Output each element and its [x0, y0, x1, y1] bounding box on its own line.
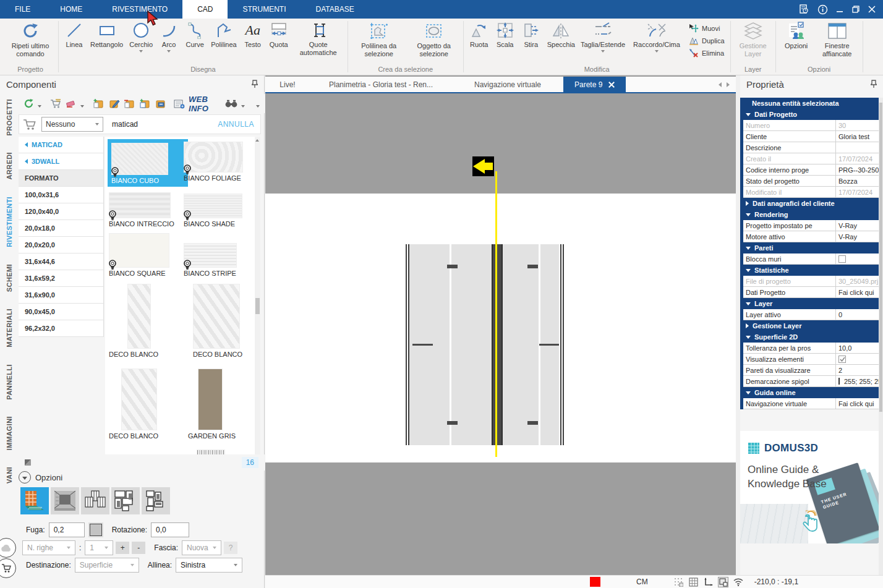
- elimina-button[interactable]: Elimina: [689, 48, 725, 58]
- annulla-link[interactable]: ANNULLA: [218, 120, 257, 129]
- tab-pannelli[interactable]: PANNELLI: [6, 364, 13, 399]
- menu-file[interactable]: FILE: [0, 0, 45, 19]
- arco-button[interactable]: Arco: [156, 20, 181, 53]
- import-component-icon[interactable]: [139, 98, 151, 109]
- db-info-icon[interactable]: [174, 99, 185, 109]
- wall-plan-drawing[interactable]: [406, 244, 564, 445]
- selected-wall-axis[interactable]: [495, 171, 497, 457]
- taglia-estende-button[interactable]: Taglia/Estende: [579, 20, 627, 53]
- format-item[interactable]: 31,6x90,0: [19, 287, 103, 304]
- destinazione-dropdown[interactable]: Superficie: [75, 558, 139, 573]
- chevron-down-icon[interactable]: [601, 50, 605, 53]
- wall-direction-marker[interactable]: [472, 156, 494, 176]
- tab-parete-9[interactable]: Parete 9: [563, 77, 626, 92]
- section-dati-anagrafici[interactable]: Dati anagrafici del cliente: [743, 198, 879, 209]
- delete-component-icon[interactable]: [124, 98, 135, 109]
- tile-item[interactable]: DECO BLANCO: [122, 284, 195, 358]
- tab-schemi[interactable]: SCHEMI: [6, 264, 13, 292]
- cart-icon[interactable]: [23, 119, 36, 130]
- new-component-icon[interactable]: [93, 98, 105, 109]
- wifi-icon[interactable]: [733, 578, 743, 586]
- unit-label[interactable]: CM: [636, 577, 648, 586]
- scala-button[interactable]: Scala: [493, 20, 518, 49]
- fascia-help-button[interactable]: ?: [224, 542, 237, 554]
- format-item[interactable]: 20,0x20,0: [19, 237, 103, 254]
- fuga-color-swatch[interactable]: [90, 524, 102, 536]
- property-row[interactable]: Dati ProgettoFai click qui: [743, 287, 879, 298]
- tab-progetti[interactable]: PROGETTI: [6, 99, 13, 135]
- tab-immagini[interactable]: IMMAGINI: [6, 416, 13, 450]
- snap-grid-icon[interactable]: [674, 577, 683, 587]
- rettangolo-button[interactable]: Rettangolo: [88, 20, 126, 49]
- tab-navigazione-virtuale[interactable]: Navigazione virtuale: [452, 77, 563, 92]
- tab-scroll-left-icon[interactable]: [719, 82, 722, 87]
- edit-component-icon[interactable]: [108, 98, 120, 109]
- section-rendering[interactable]: Rendering: [743, 209, 879, 220]
- property-row[interactable]: Codice interno progePRG--30-25049: [743, 164, 879, 176]
- property-row[interactable]: Motore attivoV-Ray: [743, 231, 879, 242]
- pattern-basket-button[interactable]: [111, 487, 140, 514]
- raccordo-cima-button[interactable]: Raccordo/Cima: [628, 20, 685, 53]
- section-superficie-2d[interactable]: Superficie 2D: [743, 331, 879, 343]
- pattern-wall-floor-button[interactable]: [20, 487, 49, 514]
- axes-icon[interactable]: [704, 577, 713, 587]
- section-dati-progetto[interactable]: Dati Progetto: [743, 109, 879, 120]
- binoculars-icon[interactable]: [225, 99, 237, 108]
- menu-database[interactable]: DATABASE: [301, 0, 369, 19]
- close-tab-icon[interactable]: [608, 82, 615, 88]
- chevron-down-icon[interactable]: [139, 50, 143, 53]
- chevron-down-icon[interactable]: [38, 105, 41, 108]
- cart-clear-icon[interactable]: [50, 99, 62, 109]
- tab-arredi[interactable]: ARREDI: [6, 152, 13, 180]
- section-pareti[interactable]: Pareti: [743, 242, 879, 254]
- ruota-button[interactable]: Ruota: [467, 20, 492, 49]
- pattern-columns-button[interactable]: [81, 487, 109, 514]
- breadcrumb-maticad[interactable]: MATICAD: [19, 137, 103, 153]
- export-component-icon[interactable]: [155, 98, 166, 109]
- tile-item[interactable]: BIANCO SQUARE: [109, 233, 182, 277]
- chevron-down-icon[interactable]: [256, 105, 260, 108]
- pin-icon[interactable]: [871, 80, 877, 88]
- dynamic-input-icon[interactable]: [719, 577, 728, 587]
- quote-automatiche-button[interactable]: Quote automatiche: [292, 20, 344, 56]
- righe-dropdown[interactable]: N. righe: [22, 540, 75, 555]
- tile-item[interactable]: BIANCO STRIPE: [184, 243, 257, 277]
- tab-materiali[interactable]: MATERIALI: [6, 309, 13, 347]
- format-item[interactable]: 20,0x18,0: [19, 220, 103, 237]
- format-item[interactable]: 100,0x31,6: [19, 187, 103, 203]
- breadcrumb-3dwall[interactable]: 3DWALL: [19, 153, 103, 170]
- format-item[interactable]: 96,2x32,0: [19, 320, 103, 337]
- section-guida-online[interactable]: Guida online: [743, 387, 879, 398]
- property-row[interactable]: Layer attivo0: [743, 309, 879, 320]
- tile-scrollbar[interactable]: [255, 137, 260, 463]
- tile-item[interactable]: BIANCO FOLIAGE: [184, 142, 257, 182]
- minus-button[interactable]: -: [132, 542, 145, 554]
- restore-button[interactable]: [852, 6, 860, 13]
- chevron-down-icon[interactable]: [167, 50, 171, 53]
- righe-count-dropdown[interactable]: 1: [85, 540, 113, 555]
- curve-button[interactable]: Curve: [182, 20, 207, 49]
- property-row[interactable]: Progetto impostato peV-Ray: [743, 220, 879, 231]
- web-info-button[interactable]: WEB INFO: [189, 95, 221, 113]
- plus-button[interactable]: +: [116, 542, 129, 554]
- section-layer[interactable]: Layer: [743, 298, 879, 309]
- minimize-button[interactable]: [837, 6, 843, 13]
- resize-grip-icon[interactable]: [25, 459, 31, 466]
- chevron-down-icon[interactable]: [655, 50, 659, 53]
- ripeti-ultimo-comando-button[interactable]: Ripeti ultimo comando: [6, 20, 55, 58]
- polilinea-da-selezione-button[interactable]: Polilinea da selezione: [351, 20, 407, 58]
- drawing-viewport[interactable]: Live! Planimetria - Gloria test - Ren...…: [265, 75, 736, 575]
- tab-live[interactable]: Live!: [265, 77, 310, 92]
- eraser-icon[interactable]: [66, 99, 77, 108]
- scroll-up-icon[interactable]: [255, 139, 259, 142]
- property-row[interactable]: Descrizione: [743, 142, 879, 153]
- gestione-layer-button[interactable]: Gestione Layer: [734, 20, 772, 58]
- opzioni-button[interactable]: Opzioni: [779, 20, 814, 50]
- muovi-button[interactable]: Muovi: [689, 23, 725, 33]
- tab-rivestimenti[interactable]: RIVESTIMENTI: [6, 197, 13, 247]
- tab-planimetria[interactable]: Planimetria - Gloria test - Ren...: [310, 77, 452, 92]
- oggetto-da-selezione-button[interactable]: Oggetto da selezione: [408, 20, 460, 58]
- duplica-button[interactable]: Duplica: [689, 36, 725, 46]
- testo-button[interactable]: Aa Testo: [241, 20, 265, 49]
- fuga-input[interactable]: 0,2: [49, 522, 85, 537]
